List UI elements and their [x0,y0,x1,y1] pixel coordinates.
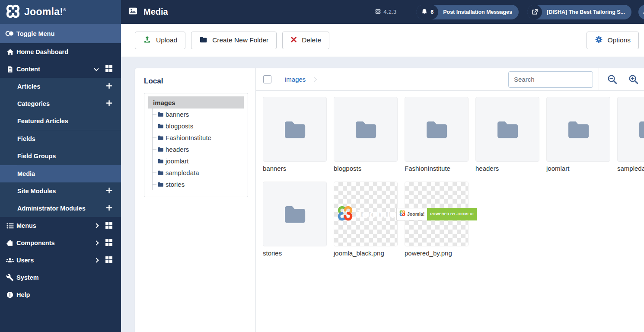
tree-item-fashioninstitute[interactable]: FashionInstitute [153,132,244,144]
sidebar-item-users[interactable]: Users [0,252,121,269]
document-icon [5,66,15,73]
image-thumbnail: Joomla! POWERED BY JOOMLA! [405,182,469,246]
media-item-name: joomlart [546,165,610,172]
folder-icon [199,35,207,45]
post-installation-messages-button[interactable]: 6 Post Installation Messages [416,5,519,19]
plus-icon[interactable] [106,100,112,108]
media-folder-card-headers[interactable]: headers [475,97,539,172]
sidebar-item-media[interactable]: Media [0,165,121,182]
sidebar-item-content[interactable]: Content [0,61,121,78]
breadcrumb-images-link[interactable]: images [285,76,306,83]
sidebar-item-administrator-modules[interactable]: Administrator Modules [0,200,121,217]
media-folder-card-joomlart[interactable]: joomlart [546,97,610,172]
sidebar-item-field-groups[interactable]: Field Groups [0,147,121,165]
toggle-menu-button[interactable]: Toggle Menu [0,24,121,43]
sidebar-item-featured-articles[interactable]: Featured Articles [0,112,121,130]
media-folder-card-fashioninstitute[interactable]: FashionInstitute [405,97,469,172]
brand-name: Joomla!® [24,6,66,18]
tree-item-banners[interactable]: banners [153,109,244,120]
sidebar-item-label: Help [16,291,30,298]
sidebar-item-label: Components [16,239,55,246]
sidebar-item-site-modules[interactable]: Site Modules [0,182,121,200]
select-all-checkbox[interactable] [263,75,271,83]
media-file-card-powered-by[interactable]: Joomla! POWERED BY JOOMLA! powered_by.pn… [405,182,469,257]
folder-thumbnail [475,97,539,162]
folder-icon [157,158,164,164]
media-item-name: sampledata [617,165,644,172]
folder-icon [157,181,164,188]
sidebar-item-label: Field Groups [17,153,56,160]
main-area: Upload Create New Folder Delete Options [121,24,644,332]
sidebar-item-system[interactable]: System [0,269,121,286]
sidebar-item-fields[interactable]: Fields [0,130,121,147]
media-folder-card-blogposts[interactable]: blogposts [334,97,398,172]
sidebar-item-components[interactable]: Components [0,234,121,252]
tree-item-sampledata[interactable]: sampledata [153,167,244,179]
brand-logo-area: Joomla!® [0,0,121,24]
delete-button[interactable]: Delete [282,32,329,49]
plus-icon[interactable] [106,83,112,90]
joomla-color-logo-icon [399,210,405,218]
trademark-symbol: ® [63,8,66,12]
folder-icon [157,123,164,129]
chevron-down-icon [94,66,99,71]
toggle-menu-label: Toggle Menu [16,30,54,37]
sidebar-item-label: Media [17,170,35,177]
media-item-name: stories [263,249,327,257]
tree-root-images[interactable]: images [148,96,244,109]
tree-item-stories[interactable]: stories [153,179,244,190]
joomla-logo-icon [6,4,20,20]
dashboard-grid-icon[interactable] [105,239,112,247]
users-icon [5,256,15,265]
user-menu-button[interactable] [638,5,644,19]
breadcrumb-row: images [256,68,644,91]
folder-tree: images banners blogposts FashionInstitut… [144,93,248,197]
tree-item-headers[interactable]: headers [153,144,244,155]
sidebar-item-home-dashboard[interactable]: Home Dashboard [0,43,121,61]
content-area: Local images banners blogposts FashionIn… [121,57,644,332]
dashboard-grid-icon[interactable] [105,65,112,73]
toggle-icon [5,30,15,37]
media-folder-card-sampledata[interactable]: sampledata [617,97,644,172]
sidebar-item-menus[interactable]: Menus [0,217,121,234]
sidebar-item-categories[interactable]: Categories [0,95,121,112]
folder-icon [157,111,164,118]
plus-icon[interactable] [106,187,112,195]
site-preview-button[interactable]: [DISHA] The Best Tailoring S... [527,5,631,19]
media-folder-card-banners[interactable]: banners [263,97,327,172]
create-new-folder-button[interactable]: Create New Folder [191,32,277,49]
content-submenu: Articles Categories Featured Articles Fi… [0,78,121,217]
media-folder-card-stories[interactable]: stories [263,182,327,257]
sidebar-item-articles[interactable]: Articles [0,78,121,95]
tree-item-blogposts[interactable]: blogposts [153,120,244,132]
folder-thumbnail [546,97,610,162]
sidebar-item-help[interactable]: Help [0,286,121,303]
create-new-folder-label: Create New Folder [212,36,268,44]
dashboard-grid-icon[interactable] [105,256,112,265]
search-input[interactable] [508,71,593,88]
tree-item-label: sampledata [166,169,199,176]
media-file-card-joomla-black[interactable]: Joomla! joomla_black.png [334,182,398,257]
zoom-out-button[interactable] [607,74,618,85]
sidebar-item-label: Content [16,66,40,73]
folder-thumbnail [334,97,398,162]
wrench-icon [5,274,15,281]
zoom-in-button[interactable] [628,74,639,85]
folder-thumbnail [617,97,644,162]
banner-brand-text: Joomla! [407,211,424,217]
joomla-version-icon [375,9,381,16]
tree-item-label: banners [166,111,189,118]
upload-button[interactable]: Upload [135,32,185,49]
delete-label: Delete [302,36,321,44]
tree-root-label: images [153,99,175,106]
media-browser-column: images [256,68,644,332]
plus-icon[interactable] [106,204,112,212]
options-button[interactable]: Options [587,32,639,49]
options-label: Options [608,36,631,44]
tree-item-joomlart[interactable]: joomlart [153,155,244,167]
dashboard-grid-icon[interactable] [105,222,112,230]
tree-item-label: joomlart [166,157,188,165]
sidebar-item-label: Home Dashboard [16,48,68,55]
media-item-name: powered_by.png [405,249,469,257]
sidebar-item-label: Administrator Modules [17,205,86,212]
